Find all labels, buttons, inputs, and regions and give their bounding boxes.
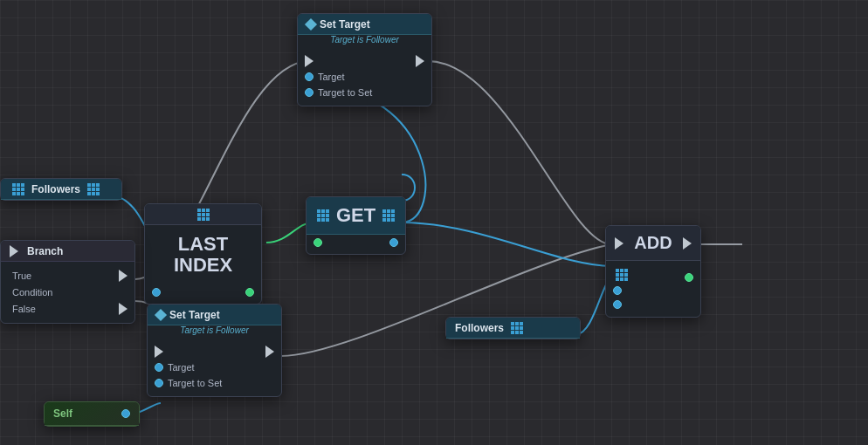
get-grid-icon	[317, 209, 329, 222]
followers-bottom-header: Followers	[446, 318, 580, 339]
last-index-node: LAST INDEX	[144, 203, 262, 305]
followers-bottom-node: Followers	[445, 317, 581, 339]
add-exec-out[interactable]	[683, 237, 692, 250]
set-target-bottom-exec-out[interactable]	[265, 346, 274, 358]
set-target-top-target-row: Target	[305, 69, 424, 85]
last-index-pin-in[interactable]	[152, 288, 161, 297]
branch-exec-in[interactable]	[10, 245, 18, 257]
set-target-bottom-target-to-set-pin[interactable]	[155, 379, 163, 387]
followers-top-header: Followers	[1, 179, 121, 200]
branch-true-label: True	[12, 270, 31, 281]
set-target-top-subtitle: Target is Follower	[298, 35, 431, 48]
set-target-bottom-target-row: Target	[155, 359, 274, 375]
add-pin-in1[interactable]	[613, 286, 622, 295]
followers-top-grid-icon	[12, 183, 24, 195]
set-target-bottom-target-to-set-row: Target to Set	[155, 375, 274, 391]
set-target-bottom-target-pin[interactable]	[155, 363, 163, 372]
set-target-bottom-exec-row	[155, 344, 274, 359]
branch-false-label: False	[12, 304, 36, 314]
self-pin-out[interactable]	[121, 409, 130, 418]
self-title: Self	[53, 407, 72, 420]
branch-node: Branch True Condition False	[0, 240, 135, 324]
get-pin-out[interactable]	[389, 238, 398, 247]
get-title: GET	[336, 204, 375, 227]
add-node: ADD	[605, 225, 701, 318]
set-target-top-icon	[305, 18, 317, 31]
branch-condition-row: Condition	[8, 284, 127, 300]
set-target-bottom-header: Set Target	[148, 305, 281, 325]
add-grid-row	[613, 266, 693, 284]
get-pin-in[interactable]	[313, 238, 322, 247]
set-target-top-target-label: Target	[318, 72, 345, 82]
set-target-bottom-target-to-set-label: Target to Set	[168, 378, 222, 388]
add-body	[606, 261, 700, 317]
branch-true-row: True	[8, 267, 127, 284]
set-target-top-exec-in[interactable]	[305, 55, 313, 67]
last-index-body: LAST INDEX	[145, 225, 261, 284]
set-target-bottom-node: Set Target Target is Follower Target Tar…	[147, 304, 282, 397]
connections-layer	[0, 0, 868, 445]
self-header: Self	[45, 402, 139, 426]
set-target-bottom-body: Target Target to Set	[148, 339, 281, 396]
get-grid-icon-right	[382, 209, 395, 222]
followers-bottom-grid-icon	[511, 322, 523, 334]
branch-title: Branch	[27, 245, 63, 257]
last-index-grid-icon	[197, 209, 210, 221]
last-index-pin-out[interactable]	[245, 288, 254, 297]
set-target-top-header: Set Target	[298, 14, 431, 35]
set-target-top-body: Target Target to Set	[298, 48, 431, 106]
set-target-top-node: Set Target Target is Follower Target Tar…	[297, 13, 432, 106]
add-exec-in[interactable]	[615, 237, 623, 250]
set-target-top-exec-out[interactable]	[416, 55, 424, 67]
branch-true-pin[interactable]	[119, 270, 127, 282]
add-title: ADD	[634, 233, 672, 253]
followers-top-title: Followers	[31, 183, 80, 195]
set-target-top-title: Set Target	[320, 18, 370, 31]
set-target-top-target-to-set-row: Target to Set	[305, 85, 424, 100]
add-pin-in2[interactable]	[613, 300, 622, 309]
add-pin2-row	[613, 298, 693, 312]
set-target-bottom-exec-in[interactable]	[155, 346, 163, 358]
add-pin-out[interactable]	[685, 273, 693, 282]
followers-bottom-title: Followers	[455, 322, 504, 334]
set-target-top-target-to-set-label: Target to Set	[318, 87, 372, 98]
get-header: GET	[307, 197, 405, 235]
branch-body: True Condition False	[1, 262, 134, 323]
followers-top-node: Followers	[0, 178, 122, 201]
last-index-header	[145, 204, 261, 225]
set-target-bottom-icon	[155, 309, 167, 321]
last-index-text: LAST INDEX	[174, 234, 232, 276]
set-target-bottom-subtitle: Target is Follower	[148, 325, 281, 339]
set-target-top-target-pin[interactable]	[305, 72, 313, 81]
add-grid-icon	[616, 269, 628, 281]
set-target-bottom-target-label: Target	[168, 362, 195, 373]
set-target-top-target-to-set-pin[interactable]	[305, 88, 313, 97]
self-node: Self	[44, 401, 140, 427]
add-pin-row	[613, 284, 693, 298]
set-target-bottom-title: Set Target	[169, 309, 220, 321]
branch-header: Branch	[1, 241, 134, 262]
branch-condition-label: Condition	[12, 287, 52, 298]
branch-false-pin[interactable]	[119, 303, 127, 315]
branch-false-row: False	[8, 300, 127, 318]
add-header: ADD	[606, 226, 700, 261]
get-node: GET	[306, 196, 406, 255]
set-target-top-exec-row	[305, 53, 424, 69]
followers-top-grid-icon-right	[87, 183, 100, 195]
